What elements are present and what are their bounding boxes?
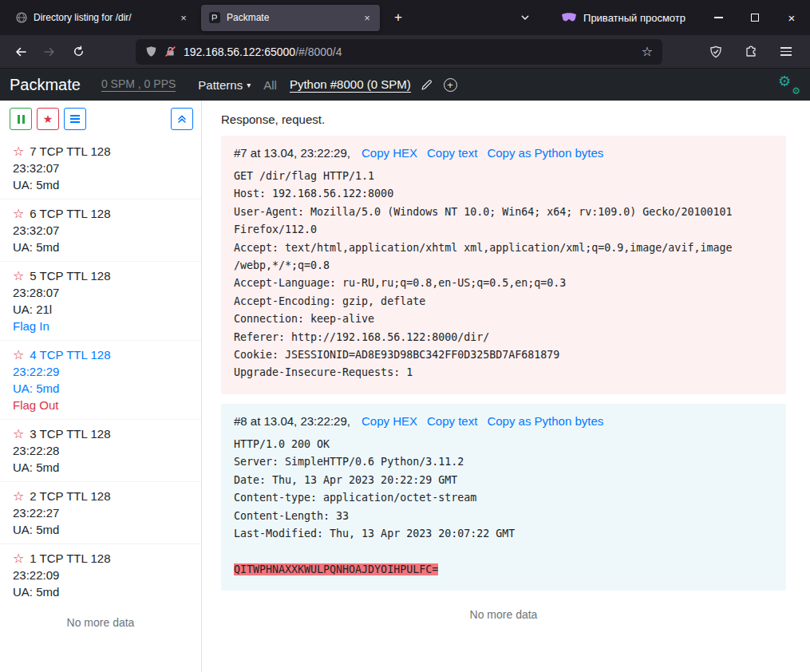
tracking-protection-shield-icon[interactable] xyxy=(145,45,157,57)
stream-description: Response, request. xyxy=(221,113,786,126)
settings-gears-icon[interactable]: ⚙ ⚙ xyxy=(778,74,800,95)
stream-item-7[interactable]: ☆7 TCP TTL 128 23:32:07 UA: 5md xyxy=(0,137,201,199)
url-bar[interactable]: 192.168.56.122:65000/#/8000/4 ☆ xyxy=(136,39,662,65)
stream-item-6[interactable]: ☆6 TCP TTL 128 23:32:07 UA: 5md xyxy=(0,199,201,261)
tab-title: Packmate xyxy=(227,12,354,23)
flag-in-badge[interactable]: Flag In xyxy=(13,318,195,334)
tab-close-icon[interactable]: × xyxy=(359,10,375,26)
tab-close-icon[interactable]: × xyxy=(176,10,192,26)
stream-item-2[interactable]: ☆2 TCP TTL 128 23:22:27 UA: 5md xyxy=(0,481,201,544)
copy-hex-link[interactable]: Copy HEX xyxy=(362,414,417,428)
minimize-icon xyxy=(714,17,723,18)
back-arrow-icon xyxy=(14,45,27,58)
menu-button[interactable] xyxy=(773,39,799,65)
packet-text: HTTP/1.0 200 OK Server: SimpleHTTP/0.6 P… xyxy=(234,438,515,540)
url-text[interactable]: 192.168.56.122:65000/#/8000/4 xyxy=(184,45,634,58)
close-button[interactable]: × xyxy=(773,0,810,35)
copy-python-bytes-link[interactable]: Copy as Python bytes xyxy=(487,414,603,428)
tab-directory-listing[interactable]: Directory listing for /dir/ × xyxy=(8,5,196,31)
star-outline-icon[interactable]: ☆ xyxy=(13,552,24,565)
extensions-button[interactable] xyxy=(738,39,764,65)
double-chevron-up-icon xyxy=(177,114,187,124)
active-service-link[interactable]: Python #8000 (0 SPM) xyxy=(290,77,411,93)
sidebar-no-more-data: No more data xyxy=(0,616,201,629)
maximize-button[interactable] xyxy=(737,0,773,35)
edit-service-button[interactable] xyxy=(421,79,433,91)
copy-python-bytes-link[interactable]: Copy as Python bytes xyxy=(487,146,603,160)
pause-icon xyxy=(18,115,25,124)
patterns-dropdown[interactable]: Patterns▾ xyxy=(198,78,251,92)
pause-capture-button[interactable] xyxy=(10,108,32,130)
add-service-button[interactable]: + xyxy=(444,78,457,92)
url-path: /#/8000/4 xyxy=(295,45,342,58)
stream-ua: UA: 21l xyxy=(13,301,195,318)
copy-text-link[interactable]: Copy text xyxy=(427,146,477,160)
copy-text-link[interactable]: Copy text xyxy=(427,414,477,428)
packet-response-8: #8 at 13.04, 23:22:29, Copy HEX Copy tex… xyxy=(221,404,786,591)
sidebar-toolbar: ★ xyxy=(0,108,201,130)
star-outline-icon[interactable]: ☆ xyxy=(13,490,24,503)
star-outline-icon[interactable]: ☆ xyxy=(13,428,24,441)
bookmark-star-icon[interactable]: ☆ xyxy=(642,45,653,58)
maximize-icon xyxy=(751,14,759,22)
gear-icon: ⚙ xyxy=(792,86,800,96)
app-brand[interactable]: Packmate xyxy=(10,76,81,94)
stream-title: 5 TCP TTL 128 xyxy=(30,267,110,284)
browser-window: Directory listing for /dir/ × Packmate ×… xyxy=(0,0,810,672)
star-outline-icon[interactable]: ☆ xyxy=(13,208,24,220)
new-tab-button[interactable]: + xyxy=(386,6,410,30)
gear-icon: ⚙ xyxy=(778,74,791,89)
stream-title: 6 TCP TTL 128 xyxy=(30,205,110,222)
stream-title: 4 TCP TTL 128 xyxy=(30,346,110,363)
stream-title: 7 TCP TTL 128 xyxy=(30,143,110,160)
back-button[interactable] xyxy=(8,39,34,65)
forward-button[interactable] xyxy=(37,39,62,65)
insecure-lock-icon[interactable] xyxy=(164,45,176,57)
scroll-to-top-button[interactable] xyxy=(171,108,193,130)
shield-check-icon xyxy=(709,45,722,58)
flag-out-badge[interactable]: Flag Out xyxy=(13,397,195,413)
stream-item-3[interactable]: ☆3 TCP TTL 128 23:22:28 UA: 5md xyxy=(0,419,201,481)
shield-check-extension-button[interactable] xyxy=(703,39,729,65)
stream-title: 1 TCP TTL 128 xyxy=(30,550,110,567)
stream-time: 23:22:09 xyxy=(13,567,195,583)
star-outline-icon[interactable]: ☆ xyxy=(13,349,24,362)
stream-time: 23:22:29 xyxy=(13,363,195,380)
list-icon xyxy=(70,115,80,124)
url-host: 192.168.56.122:65000 xyxy=(184,45,295,58)
list-view-button[interactable] xyxy=(64,108,86,130)
minimize-button[interactable] xyxy=(700,0,737,35)
favorites-filter-button[interactable]: ★ xyxy=(37,108,59,130)
private-browsing-label: Приватный просмотр xyxy=(583,12,686,24)
stream-ua: UA: 5md xyxy=(13,521,195,538)
stream-item-1[interactable]: ☆1 TCP TTL 128 23:22:09 UA: 5md xyxy=(0,544,201,606)
puzzle-icon xyxy=(745,45,757,58)
stream-item-4-selected[interactable]: ☆4 TCP TTL 128 23:22:29 UA: 5md Flag Out xyxy=(0,340,201,419)
packet-content: GET /dir/flag HTTP/1.1 Host: 192.168.56.… xyxy=(234,168,773,382)
main-no-more-data: No more data xyxy=(221,608,786,621)
stream-time: 23:22:28 xyxy=(13,442,195,459)
stream-time: 23:22:27 xyxy=(13,504,195,521)
tab-packmate[interactable]: Packmate × xyxy=(201,5,380,31)
stream-time: 23:32:07 xyxy=(13,222,195,239)
reload-button[interactable] xyxy=(65,39,91,65)
star-outline-icon[interactable]: ☆ xyxy=(13,270,24,283)
star-outline-icon[interactable]: ☆ xyxy=(13,145,24,158)
list-all-tabs-chevron-icon[interactable] xyxy=(513,6,537,30)
copy-hex-link[interactable]: Copy HEX xyxy=(362,146,417,160)
app-navbar: Packmate 0 SPM , 0 PPS Patterns▾ All Pyt… xyxy=(0,69,810,101)
packet-header: #7 at 13.04, 23:22:29, Copy HEX Copy tex… xyxy=(234,146,773,160)
browser-toolbar: 192.168.56.122:65000/#/8000/4 ☆ xyxy=(0,35,810,69)
service-all-link[interactable]: All xyxy=(263,78,277,92)
browser-titlebar: Directory listing for /dir/ × Packmate ×… xyxy=(0,0,810,35)
stream-ua: UA: 5md xyxy=(13,176,195,193)
packet-header: #8 at 13.04, 23:22:29, Copy HEX Copy tex… xyxy=(234,414,773,428)
packet-content: HTTP/1.0 200 OK Server: SimpleHTTP/0.6 P… xyxy=(234,436,773,579)
stream-item-5[interactable]: ☆5 TCP TTL 128 23:28:07 UA: 21l Flag In xyxy=(0,261,201,340)
flag-match-highlight: QITWPHNAXXKWULPQNHOAJDYOIHPULFC= xyxy=(234,563,438,575)
caret-down-icon: ▾ xyxy=(247,81,251,89)
packet-request-7: #7 at 13.04, 23:22:29, Copy HEX Copy tex… xyxy=(221,136,786,394)
tab-title: Directory listing for /dir/ xyxy=(34,12,170,23)
traffic-stats: 0 SPM , 0 PPS xyxy=(101,77,176,92)
window-controls: × xyxy=(700,0,810,35)
